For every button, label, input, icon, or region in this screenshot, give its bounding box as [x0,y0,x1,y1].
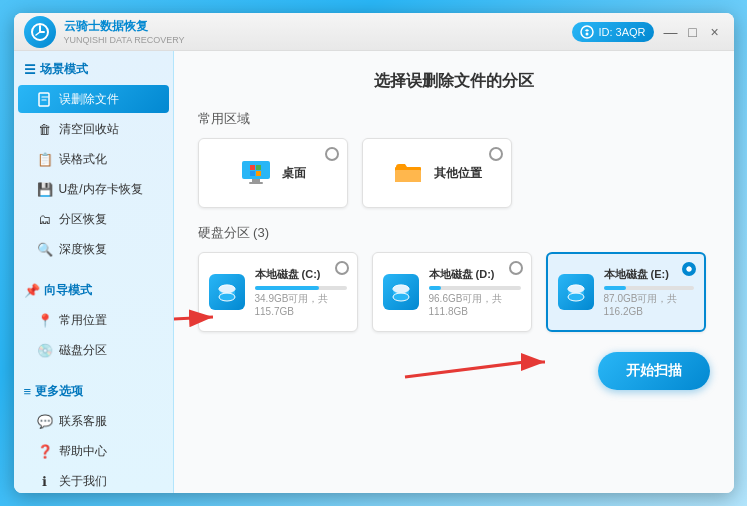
format-icon: 📋 [36,150,54,168]
c-drive-radio[interactable] [335,261,349,275]
c-drive-card[interactable]: 本地磁盘 (C:) 34.9GB可用，共115.7GB [198,252,358,332]
c-drive-bar-fill [255,286,319,290]
contact-label: 联系客服 [59,413,107,430]
disk-svg-d [390,281,412,303]
svg-rect-6 [249,182,263,184]
page-title: 选择误删除文件的分区 [198,71,710,92]
id-badge: ID: 3AQR [572,22,653,42]
about-label: 关于我们 [59,473,107,490]
scenario-icon: ☰ [24,62,36,77]
more-icon: ≡ [24,384,32,399]
format-label: 误格式化 [59,151,107,168]
more-label: 更多选项 [35,383,83,400]
svg-point-23 [568,285,584,293]
d-drive-bar-fill [429,286,442,290]
e-drive-info: 本地磁盘 (E:) 87.0GB可用，共116.2GB [604,267,694,317]
svg-rect-10 [256,171,261,176]
app-logo [24,16,56,48]
svg-point-14 [219,293,235,301]
action-area: 开始扫描 [198,352,710,390]
sidebar-item-contact[interactable]: 💬 联系客服 [18,407,169,435]
minimize-button[interactable]: — [662,23,680,41]
svg-point-15 [219,285,235,293]
partition-icon: 🗂 [36,210,54,228]
common-location-label: 常用位置 [59,312,107,329]
app-subtitle: YUNQISHI DATA RECOVERY [64,35,573,45]
content-area: 选择误删除文件的分区 常用区域 桌面 [174,51,734,493]
titlebar-right: ID: 3AQR — □ × [572,22,723,42]
disk-svg [216,281,238,303]
disk-icon: 💿 [36,341,54,359]
d-drive-bar [429,286,521,290]
close-button[interactable]: × [706,23,724,41]
e-drive-radio-dot [686,267,691,272]
titlebar: 云骑士数据恢复 YUNQISHI DATA RECOVERY ID: 3AQR … [14,13,734,51]
svg-rect-5 [252,179,260,182]
svg-point-18 [393,293,409,301]
svg-rect-9 [250,171,255,176]
maximize-button[interactable]: □ [684,23,702,41]
svg-point-22 [568,293,584,301]
disk-svg-e [565,281,587,303]
c-drive-space: 34.9GB可用，共115.7GB [255,292,347,317]
e-drive-radio[interactable] [682,262,696,276]
app-brand: 云骑士数据恢复 YUNQISHI DATA RECOVERY [64,18,573,45]
d-drive-icon [383,274,419,310]
svg-point-19 [393,285,409,293]
common-area: 桌面 其他位置 [198,138,710,208]
c-drive-icon [209,274,245,310]
svg-rect-11 [395,170,421,182]
d-drive-card[interactable]: 本地磁盘 (D:) 96.6GB可用，共111.8GB [372,252,532,332]
sidebar-item-sdcard[interactable]: 💾 U盘/内存卡恢复 [18,175,169,203]
e-drive-space: 87.0GB可用，共116.2GB [604,292,694,317]
folder-icon [392,157,424,189]
guide-icon: 📌 [24,283,40,298]
c-drive-info: 本地磁盘 (C:) 34.9GB可用，共115.7GB [255,267,347,317]
sidebar-scenario-section: ☰ 场景模式 [14,55,173,84]
d-drive-space: 96.6GB可用，共111.8GB [429,292,521,317]
help-label: 帮助中心 [59,443,107,460]
deleted-file-label: 误删除文件 [59,91,119,108]
desktop-label: 桌面 [282,165,306,182]
desktop-card[interactable]: 桌面 [198,138,348,208]
id-label: ID: 3AQR [598,26,645,38]
sidebar-item-deleted-file[interactable]: 误删除文件 [18,85,169,113]
e-drive-bar-fill [604,286,627,290]
sidebar-item-partition-recovery[interactable]: 🗂 分区恢复 [18,205,169,233]
sidebar-more-section: ≡ 更多选项 [14,377,173,406]
sidebar-item-about[interactable]: ℹ 关于我们 [18,467,169,493]
other-location-label: 其他位置 [434,165,482,182]
other-location-radio[interactable] [489,147,503,161]
e-drive-icon [558,274,594,310]
desktop-radio[interactable] [325,147,339,161]
e-drive-bar [604,286,694,290]
sidebar-item-disk-partition[interactable]: 💿 磁盘分区 [18,336,169,364]
sidebar-item-common-location[interactable]: 📍 常用位置 [18,306,169,334]
app-name: 云骑士数据恢复 [64,18,573,35]
c-drive-name: 本地磁盘 (C:) [255,267,347,282]
sidebar-guide-section: 📌 向导模式 [14,276,173,305]
other-location-card[interactable]: 其他位置 [362,138,512,208]
e-drive-name: 本地磁盘 (E:) [604,267,694,282]
common-section-label: 常用区域 [198,110,710,128]
start-scan-button[interactable]: 开始扫描 [598,352,710,390]
svg-point-1 [581,26,593,38]
main-window: 云骑士数据恢复 YUNQISHI DATA RECOVERY ID: 3AQR … [14,13,734,493]
sidebar-item-deep-recovery[interactable]: 🔍 深度恢复 [18,235,169,263]
sidebar-item-format[interactable]: 📋 误格式化 [18,145,169,173]
deleted-file-icon [36,90,54,108]
guide-label: 向导模式 [44,282,92,299]
main-layout: ☰ 场景模式 误删除文件 🗑 清空回收站 📋 误格式化 [14,51,734,493]
arrow-annotation-2 [395,337,555,387]
disk-area: 本地磁盘 (C:) 34.9GB可用，共115.7GB [198,252,710,332]
e-drive-card[interactable]: 本地磁盘 (E:) 87.0GB可用，共116.2GB [546,252,706,332]
d-drive-radio[interactable] [509,261,523,275]
sidebar-item-help[interactable]: ❓ 帮助中心 [18,437,169,465]
recycle-label: 清空回收站 [59,121,119,138]
sidebar-item-recycle[interactable]: 🗑 清空回收站 [18,115,169,143]
disk-section-label: 硬盘分区 (3) [198,224,710,242]
svg-point-2 [586,32,589,35]
contact-icon: 💬 [36,412,54,430]
c-drive-bar [255,286,347,290]
sdcard-label: U盘/内存卡恢复 [59,181,143,198]
